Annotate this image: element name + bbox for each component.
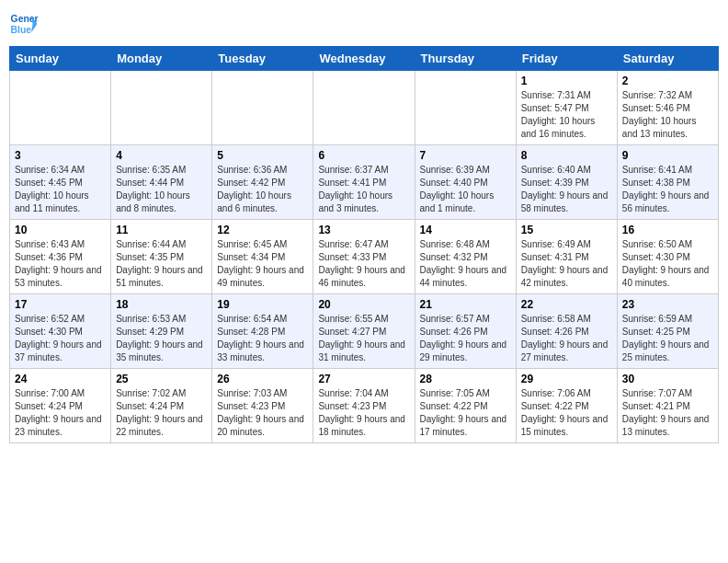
calendar-cell [313,71,415,145]
day-number: 6 [318,149,409,162]
day-info: Sunrise: 6:55 AM Sunset: 4:27 PM Dayligh… [318,313,409,364]
calendar-cell: 14Sunrise: 6:48 AM Sunset: 4:32 PM Dayli… [415,220,516,294]
calendar-cell: 22Sunrise: 6:58 AM Sunset: 4:26 PM Dayli… [516,294,617,369]
calendar-cell: 18Sunrise: 6:53 AM Sunset: 4:29 PM Dayli… [111,294,212,369]
day-number: 30 [622,373,713,385]
day-info: Sunrise: 6:49 AM Sunset: 4:31 PM Dayligh… [521,238,612,290]
calendar-week-5: 24Sunrise: 7:00 AM Sunset: 4:24 PM Dayli… [10,369,719,443]
calendar-table: SundayMondayTuesdayWednesdayThursdayFrid… [9,46,719,443]
day-info: Sunrise: 6:59 AM Sunset: 4:25 PM Dayligh… [622,313,713,364]
day-info: Sunrise: 7:03 AM Sunset: 4:23 PM Dayligh… [217,387,308,439]
calendar-week-2: 3Sunrise: 6:34 AM Sunset: 4:45 PM Daylig… [10,145,719,220]
day-info: Sunrise: 6:44 AM Sunset: 4:35 PM Dayligh… [116,238,207,290]
svg-text:Blue: Blue [11,25,32,35]
calendar-cell [212,71,313,145]
day-info: Sunrise: 7:00 AM Sunset: 4:24 PM Dayligh… [15,387,106,439]
day-number: 14 [420,224,511,236]
calendar-cell: 26Sunrise: 7:03 AM Sunset: 4:23 PM Dayli… [212,369,313,443]
day-number: 5 [217,149,308,162]
day-info: Sunrise: 7:06 AM Sunset: 4:22 PM Dayligh… [521,387,612,439]
calendar-cell: 8Sunrise: 6:40 AM Sunset: 4:39 PM Daylig… [516,145,617,220]
calendar-cell: 12Sunrise: 6:45 AM Sunset: 4:34 PM Dayli… [212,220,313,294]
day-info: Sunrise: 6:54 AM Sunset: 4:28 PM Dayligh… [217,313,308,364]
weekday-header-row: SundayMondayTuesdayWednesdayThursdayFrid… [10,47,719,71]
calendar-cell: 1Sunrise: 7:31 AM Sunset: 5:47 PM Daylig… [516,71,617,145]
logo: General Blue [9,9,39,39]
day-number: 1 [521,75,612,87]
day-number: 4 [116,149,207,162]
weekday-header-wednesday: Wednesday [313,47,415,71]
calendar-cell: 7Sunrise: 6:39 AM Sunset: 4:40 PM Daylig… [415,145,516,220]
calendar-cell: 2Sunrise: 7:32 AM Sunset: 5:46 PM Daylig… [617,71,718,145]
calendar-cell: 28Sunrise: 7:05 AM Sunset: 4:22 PM Dayli… [415,369,516,443]
day-number: 18 [116,298,207,311]
day-number: 21 [420,298,511,311]
calendar-cell: 24Sunrise: 7:00 AM Sunset: 4:24 PM Dayli… [10,369,111,443]
day-info: Sunrise: 7:31 AM Sunset: 5:47 PM Dayligh… [521,89,612,141]
calendar-week-1: 1Sunrise: 7:31 AM Sunset: 5:47 PM Daylig… [10,71,719,145]
day-number: 28 [420,373,511,385]
calendar-cell: 4Sunrise: 6:35 AM Sunset: 4:44 PM Daylig… [111,145,212,220]
weekday-header-saturday: Saturday [617,47,718,71]
weekday-header-tuesday: Tuesday [212,47,313,71]
calendar-cell: 5Sunrise: 6:36 AM Sunset: 4:42 PM Daylig… [212,145,313,220]
day-number: 24 [15,373,106,385]
calendar-cell: 30Sunrise: 7:07 AM Sunset: 4:21 PM Dayli… [617,369,718,443]
day-info: Sunrise: 6:50 AM Sunset: 4:30 PM Dayligh… [622,238,713,290]
day-number: 11 [116,224,207,236]
page-header: General Blue [9,9,719,39]
day-number: 2 [622,75,713,87]
day-info: Sunrise: 6:57 AM Sunset: 4:26 PM Dayligh… [420,313,511,364]
day-info: Sunrise: 6:34 AM Sunset: 4:45 PM Dayligh… [15,164,106,215]
calendar-cell [111,71,212,145]
calendar-cell [415,71,516,145]
day-info: Sunrise: 6:39 AM Sunset: 4:40 PM Dayligh… [420,164,511,215]
day-number: 27 [318,373,409,385]
calendar-cell: 15Sunrise: 6:49 AM Sunset: 4:31 PM Dayli… [516,220,617,294]
day-number: 25 [116,373,207,385]
day-info: Sunrise: 6:58 AM Sunset: 4:26 PM Dayligh… [521,313,612,364]
day-number: 13 [318,224,409,236]
calendar-cell: 13Sunrise: 6:47 AM Sunset: 4:33 PM Dayli… [313,220,415,294]
day-number: 29 [521,373,612,385]
calendar-cell: 29Sunrise: 7:06 AM Sunset: 4:22 PM Dayli… [516,369,617,443]
calendar-cell: 16Sunrise: 6:50 AM Sunset: 4:30 PM Dayli… [617,220,718,294]
day-info: Sunrise: 6:40 AM Sunset: 4:39 PM Dayligh… [521,164,612,215]
day-info: Sunrise: 7:04 AM Sunset: 4:23 PM Dayligh… [318,387,409,439]
day-info: Sunrise: 6:47 AM Sunset: 4:33 PM Dayligh… [318,238,409,290]
calendar-week-3: 10Sunrise: 6:43 AM Sunset: 4:36 PM Dayli… [10,220,719,294]
day-info: Sunrise: 6:37 AM Sunset: 4:41 PM Dayligh… [318,164,409,215]
day-number: 15 [521,224,612,236]
calendar-cell: 21Sunrise: 6:57 AM Sunset: 4:26 PM Dayli… [415,294,516,369]
day-number: 23 [622,298,713,311]
day-number: 17 [15,298,106,311]
day-number: 7 [420,149,511,162]
day-info: Sunrise: 6:53 AM Sunset: 4:29 PM Dayligh… [116,313,207,364]
calendar-cell: 23Sunrise: 6:59 AM Sunset: 4:25 PM Dayli… [617,294,718,369]
day-info: Sunrise: 6:36 AM Sunset: 4:42 PM Dayligh… [217,164,308,215]
day-number: 26 [217,373,308,385]
day-info: Sunrise: 6:41 AM Sunset: 4:38 PM Dayligh… [622,164,713,215]
day-info: Sunrise: 6:48 AM Sunset: 4:32 PM Dayligh… [420,238,511,290]
calendar-cell: 27Sunrise: 7:04 AM Sunset: 4:23 PM Dayli… [313,369,415,443]
day-info: Sunrise: 7:32 AM Sunset: 5:46 PM Dayligh… [622,89,713,141]
day-number: 9 [622,149,713,162]
day-info: Sunrise: 6:35 AM Sunset: 4:44 PM Dayligh… [116,164,207,215]
weekday-header-monday: Monday [111,47,212,71]
day-info: Sunrise: 6:45 AM Sunset: 4:34 PM Dayligh… [217,238,308,290]
day-info: Sunrise: 7:07 AM Sunset: 4:21 PM Dayligh… [622,387,713,439]
calendar-cell: 11Sunrise: 6:44 AM Sunset: 4:35 PM Dayli… [111,220,212,294]
calendar-cell: 9Sunrise: 6:41 AM Sunset: 4:38 PM Daylig… [617,145,718,220]
day-number: 10 [15,224,106,236]
calendar-cell: 20Sunrise: 6:55 AM Sunset: 4:27 PM Dayli… [313,294,415,369]
day-info: Sunrise: 6:43 AM Sunset: 4:36 PM Dayligh… [15,238,106,290]
calendar-cell: 25Sunrise: 7:02 AM Sunset: 4:24 PM Dayli… [111,369,212,443]
day-number: 22 [521,298,612,311]
day-info: Sunrise: 7:02 AM Sunset: 4:24 PM Dayligh… [116,387,207,439]
weekday-header-sunday: Sunday [10,47,111,71]
day-number: 12 [217,224,308,236]
day-number: 8 [521,149,612,162]
calendar-cell: 17Sunrise: 6:52 AM Sunset: 4:30 PM Dayli… [10,294,111,369]
weekday-header-friday: Friday [516,47,617,71]
day-info: Sunrise: 7:05 AM Sunset: 4:22 PM Dayligh… [420,387,511,439]
